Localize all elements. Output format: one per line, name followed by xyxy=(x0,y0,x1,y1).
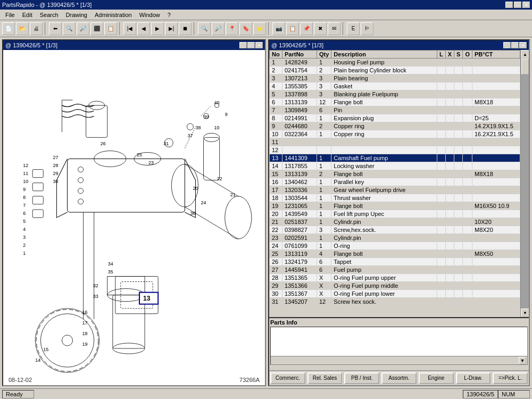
table-cell xyxy=(463,194,472,202)
menu-window[interactable]: Window xyxy=(136,11,163,19)
toolbar-btn5[interactable]: 📋 xyxy=(104,22,117,35)
minimize-button[interactable]: _ xyxy=(505,2,513,8)
table-row[interactable]: 301351367XO-ring Fuel pump lower xyxy=(270,290,520,298)
toolbar-find[interactable]: 📍 xyxy=(226,22,238,35)
right-minimize[interactable]: _ xyxy=(503,42,511,48)
toolbar-copy[interactable]: 📋 xyxy=(286,22,299,35)
parts-table-scrollbar[interactable]: ▲ ▼ xyxy=(520,50,529,317)
menu-search[interactable]: Search xyxy=(37,11,62,19)
btn-pb-inst[interactable]: PB / Inst. xyxy=(344,372,379,384)
table-row[interactable]: 802149911Expansion plugD=25 xyxy=(270,114,520,122)
table-row[interactable]: 2302025911Cylindr.pin xyxy=(270,234,520,242)
table-row[interactable]: 1513131392Flange boltM8X18 xyxy=(270,170,520,178)
left-minimize[interactable]: _ xyxy=(239,42,247,48)
close-button[interactable]: ✕ xyxy=(522,2,530,8)
btn-rel-sales[interactable]: Rel. Sales xyxy=(307,372,343,384)
table-row[interactable]: 713098496Pin xyxy=(270,106,520,114)
maximize-button[interactable]: □ xyxy=(514,2,521,8)
table-row[interactable]: 1314413091Camshaft Fuel pump xyxy=(270,154,520,162)
toolbar-delete[interactable]: ✖ xyxy=(314,22,327,35)
left-maximize[interactable]: □ xyxy=(247,42,255,48)
table-row[interactable]: 2513131194Flange boltM8X50 xyxy=(270,250,520,258)
right-panel-buttons[interactable]: _ □ ✕ xyxy=(503,42,527,48)
table-row[interactable]: 291351366XO-ring Fuel pump middle xyxy=(270,282,520,290)
table-cell xyxy=(454,282,463,290)
left-panel-buttons[interactable]: _ □ ✕ xyxy=(239,42,263,48)
table-cell: Parallel key xyxy=(331,178,437,186)
toolbar-open[interactable]: 📂 xyxy=(16,22,29,35)
menu-help[interactable]: ? xyxy=(164,11,174,19)
table-row[interactable]: 2014395491Fuel lift pump Upec xyxy=(270,210,520,218)
toolbar-flag[interactable]: 🏳 xyxy=(361,22,373,35)
toolbar-btn2[interactable]: 🔍 xyxy=(63,22,76,35)
btn-pick-l[interactable]: =>Pick. L. xyxy=(493,372,528,384)
toolbar-next[interactable]: ▶ xyxy=(151,22,164,35)
table-row[interactable]: 31134520712Screw hex sock. xyxy=(270,298,520,306)
table-row[interactable]: 114282491Housing Fuel pump xyxy=(270,59,520,66)
toolbar-new[interactable]: 📄 xyxy=(2,22,15,35)
table-row[interactable]: 11 xyxy=(270,138,520,146)
part-num-4: 4 xyxy=(23,227,26,232)
toolbar-btn3[interactable]: 🔎 xyxy=(77,22,89,35)
toolbar-mail[interactable]: ✉ xyxy=(328,22,340,35)
table-row[interactable]: 2203988273Screw,hex.sock.M8X20 xyxy=(270,226,520,234)
toolbar-search[interactable]: 🔍 xyxy=(198,22,211,35)
table-row[interactable]: 2407610991O-ring xyxy=(270,242,520,250)
table-row[interactable]: 2714459416Fuel pump xyxy=(270,266,520,274)
toolbar-btn4[interactable]: ⬛ xyxy=(90,22,103,35)
table-row[interactable]: 1912310651Flange boltM16X50 10.9 xyxy=(270,202,520,210)
table-cell xyxy=(437,234,446,242)
table-row[interactable]: 1003223641Copper ring16.2X21.9X1.5 xyxy=(270,130,520,138)
table-cell xyxy=(463,114,472,122)
table-row[interactable]: 513378983Blanking plate Fuelpump xyxy=(270,90,520,98)
right-maximize[interactable]: □ xyxy=(511,42,519,48)
table-row[interactable]: 281351365XO-ring Fuel pump upper xyxy=(270,274,520,282)
info-scroll-down[interactable]: ▼ xyxy=(519,357,526,364)
btn-l-draw[interactable]: L-Draw. xyxy=(456,372,491,384)
title-bar-buttons[interactable]: _ □ ✕ xyxy=(505,2,530,8)
table-row[interactable]: 902446802Copper ring14.2X19.9X1.5 xyxy=(270,122,520,130)
table-row[interactable]: 313072133Plain bearing xyxy=(270,74,520,82)
scroll-up-button[interactable]: ▲ xyxy=(521,50,529,59)
table-cell: 10X20 xyxy=(472,218,520,226)
toolbar-btn1[interactable]: ⬅ xyxy=(49,22,62,35)
scroll-thumb[interactable] xyxy=(521,59,529,74)
table-row[interactable]: 1613404621Parallel key xyxy=(270,178,520,186)
toolbar-photo[interactable]: 📷 xyxy=(272,22,285,35)
toolbar-print[interactable]: 🖨 xyxy=(30,22,43,35)
right-close[interactable]: ✕ xyxy=(519,42,527,48)
table-row[interactable]: 12 xyxy=(270,146,520,154)
menu-administration[interactable]: Administration xyxy=(92,11,135,19)
table-row[interactable]: 6131313912Flange boltM8X18 xyxy=(270,98,520,106)
btn-assortm[interactable]: Assortm. xyxy=(381,372,417,384)
col-x: X xyxy=(445,51,454,59)
table-row[interactable]: 202417542Plain bearing Cylinder block xyxy=(270,66,520,74)
parts-table-scroll[interactable]: No PartNo Qty Description L X S O PB°CT … xyxy=(269,50,520,317)
table-row[interactable]: 1813035441Thrust washer xyxy=(270,194,520,202)
menu-file[interactable]: File xyxy=(2,11,18,19)
toolbar-bookmark[interactable]: 🔖 xyxy=(239,22,252,35)
table-cell: Flange bolt xyxy=(331,202,437,210)
menu-edit[interactable]: Edit xyxy=(19,11,36,19)
table-row[interactable]: 413553853Gasket xyxy=(270,82,520,90)
btn-commerc[interactable]: Commerc. xyxy=(270,372,305,384)
table-row[interactable]: 1713203361Gear wheel Fuelpump drive xyxy=(270,186,520,194)
menu-drawing[interactable]: Drawing xyxy=(63,11,90,19)
toolbar-last[interactable]: ▶| xyxy=(165,22,178,35)
toolbar-fav[interactable]: ⭐ xyxy=(253,22,266,35)
table-row[interactable]: 2102518371Cylindr.pin10X20 xyxy=(270,218,520,226)
table-row[interactable]: 2613241796Tappet xyxy=(270,258,520,266)
btn-engine[interactable]: Engine xyxy=(419,372,454,384)
table-row[interactable]: 1413178551Locking washer xyxy=(270,162,520,170)
table-cell xyxy=(317,146,331,154)
toolbar-stop[interactable]: ⏹ xyxy=(179,22,192,35)
scroll-track[interactable] xyxy=(521,59,529,309)
scroll-down-button[interactable]: ▼ xyxy=(521,309,529,317)
toolbar-first[interactable]: |◀ xyxy=(123,22,136,35)
left-close[interactable]: ✕ xyxy=(255,42,263,48)
toolbar-search2[interactable]: 🔎 xyxy=(212,22,225,35)
table-cell xyxy=(445,74,454,82)
toolbar-prev[interactable]: ◀ xyxy=(137,22,150,35)
toolbar-paste[interactable]: 📌 xyxy=(300,22,313,35)
toolbar-e[interactable]: E xyxy=(347,22,360,35)
